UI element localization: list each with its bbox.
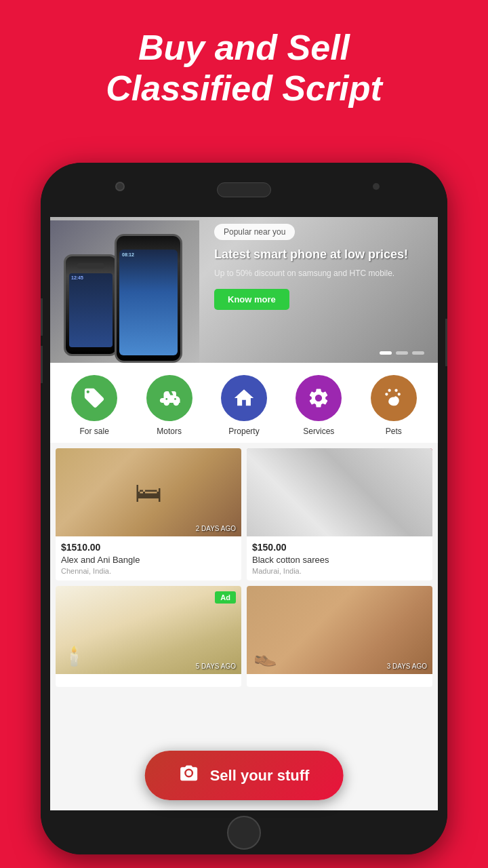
- sell-button[interactable]: Sell your stuff: [145, 751, 344, 800]
- tag-icon: [83, 387, 106, 410]
- listing-price-2: $150.00: [252, 542, 427, 553]
- header-line2: Classified Script: [0, 68, 488, 108]
- popular-badge: Popular near you: [214, 224, 295, 240]
- listing-card-4[interactable]: 3 DAYS AGO 👞: [247, 586, 432, 687]
- category-pets[interactable]: Pets: [371, 375, 417, 436]
- listing-location-1: Chennai, India.: [61, 567, 236, 575]
- phone-mockup-2: 08:12: [115, 234, 182, 363]
- listing-price-1: $1510.00: [61, 542, 236, 553]
- phone-bottom-bar: [41, 810, 447, 854]
- phone-screen: 12:45 08:12 Popular near you Latest smar…: [50, 214, 438, 814]
- phone-mockup-1-screen: 12:45: [69, 273, 113, 347]
- phone-mockup-1: 12:45: [64, 254, 118, 356]
- banner-dots: [380, 351, 424, 355]
- promo-banner: 12:45 08:12 Popular near you Latest smar…: [50, 214, 438, 363]
- home-button[interactable]: [227, 816, 261, 850]
- listing-image-2: Urgent 6 DAYS AGO: [247, 448, 432, 536]
- dot-1: [380, 351, 392, 355]
- motorcycle-icon: [158, 387, 181, 410]
- listing-info-3: [56, 674, 241, 687]
- listing-time-3: 5 DAYS AGO: [196, 663, 236, 670]
- speaker-grill: [217, 182, 271, 197]
- camera-icon: [179, 763, 199, 788]
- category-property[interactable]: Property: [221, 375, 267, 436]
- listing-time-1: 2 DAYS AGO: [196, 525, 236, 532]
- property-icon: [221, 375, 267, 421]
- dot-3: [412, 351, 424, 355]
- house-icon: [232, 387, 256, 410]
- listing-name-2: Black cotton sarees: [252, 555, 427, 565]
- background: Buy and Sell Classified Script 12:45: [0, 0, 488, 868]
- know-more-button[interactable]: Know more: [214, 289, 289, 310]
- listing-location-2: Madurai, India.: [252, 567, 427, 575]
- pets-icon: [371, 375, 417, 421]
- banner-image: 12:45 08:12: [50, 220, 199, 363]
- sell-button-label: Sell your stuff: [210, 767, 310, 785]
- listing-time-4: 3 DAYS AGO: [387, 663, 427, 670]
- listing-image-4: 3 DAYS AGO 👞: [247, 586, 432, 674]
- listing-card-2[interactable]: Urgent 6 DAYS AGO $150.00 Black cotton s…: [247, 448, 432, 580]
- gear-icon: [307, 387, 330, 410]
- motors-icon: [146, 375, 192, 421]
- camera-svg: [179, 763, 199, 783]
- header-line1: Buy and Sell: [0, 27, 488, 68]
- for-sale-label: For sale: [80, 427, 109, 436]
- urgent-badge: Urgent: [395, 448, 432, 462]
- front-camera: [115, 182, 125, 191]
- pets-label: Pets: [386, 427, 402, 436]
- banner-subtitle: Up to 50% discount on samsung and HTC mo…: [214, 268, 428, 279]
- listing-info-2: $150.00 Black cotton sarees Madurai, Ind…: [247, 536, 432, 580]
- listing-image-1: 2 DAYS AGO: [56, 448, 241, 536]
- pet-icon: [382, 387, 405, 410]
- listing-card-1[interactable]: 2 DAYS AGO $1510.00 Alex and Ani Bangle …: [56, 448, 241, 580]
- services-label: Services: [303, 427, 334, 436]
- listing-info-1: $1510.00 Alex and Ani Bangle Chennai, In…: [56, 536, 241, 580]
- banner-title: Latest smart phone at low prices!: [214, 247, 428, 262]
- categories-row: For sale Motors: [50, 363, 438, 443]
- phone-mockup-2-screen: 08:12: [119, 250, 178, 355]
- for-sale-icon: [71, 375, 117, 421]
- volume-up-button: [41, 298, 43, 336]
- listing-image-3: Ad 5 DAYS AGO 🕯️: [56, 586, 241, 674]
- listing-time-2: 6 DAYS AGO: [387, 525, 427, 532]
- property-label: Property: [228, 427, 259, 436]
- category-for-sale[interactable]: For sale: [71, 375, 117, 436]
- listing-name-1: Alex and Ani Bangle: [61, 555, 236, 565]
- proximity-sensor: [373, 183, 380, 190]
- phone-frame: 12:45 08:12 Popular near you Latest smar…: [41, 163, 447, 854]
- power-button: [445, 319, 447, 366]
- motors-label: Motors: [157, 427, 182, 436]
- dot-2: [396, 351, 408, 355]
- category-motors[interactable]: Motors: [146, 375, 192, 436]
- listings-grid: 2 DAYS AGO $1510.00 Alex and Ani Bangle …: [50, 443, 438, 692]
- category-services[interactable]: Services: [296, 375, 342, 436]
- volume-down-button: [41, 346, 43, 383]
- banner-content: Popular near you Latest smart phone at l…: [207, 214, 438, 363]
- listing-info-4: [247, 674, 432, 687]
- header-text: Buy and Sell Classified Script: [0, 27, 488, 108]
- ad-badge: Ad: [215, 591, 236, 604]
- phone-top-bar: [41, 163, 447, 217]
- services-icon: [296, 375, 342, 421]
- listing-card-3[interactable]: Ad 5 DAYS AGO 🕯️: [56, 586, 241, 687]
